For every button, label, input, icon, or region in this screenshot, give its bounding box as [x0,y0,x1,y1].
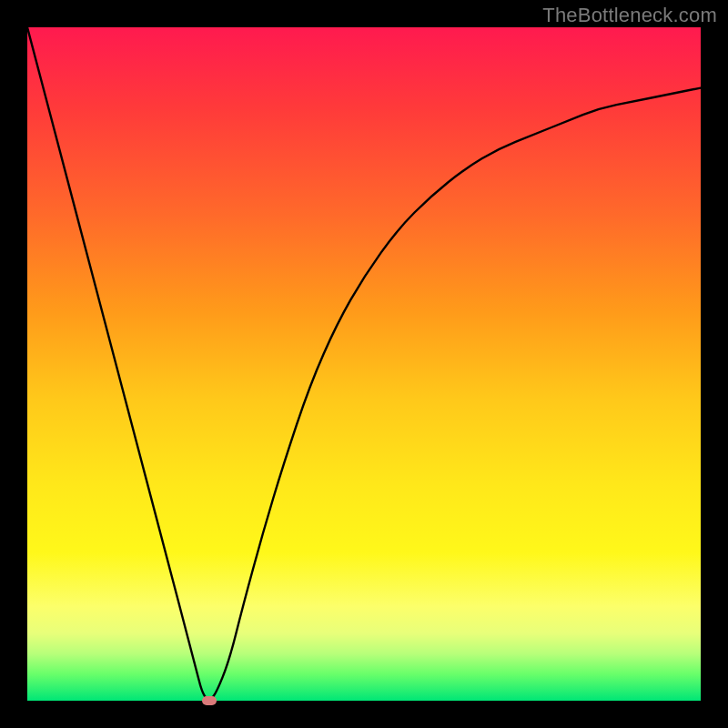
chart-frame: TheBottleneck.com [0,0,728,728]
bottleneck-curve-path [27,27,701,699]
optimum-marker [202,696,217,705]
curve-svg [27,27,701,701]
plot-area [27,27,701,701]
attribution-label: TheBottleneck.com [542,4,717,27]
